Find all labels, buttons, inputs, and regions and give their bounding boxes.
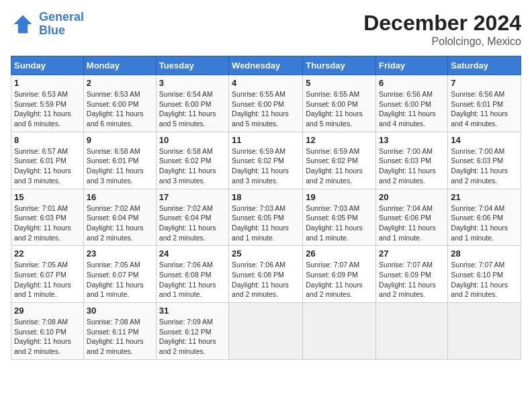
- calendar-week-4: 29Sunrise: 7:08 AM Sunset: 6:10 PM Dayli…: [11, 303, 521, 360]
- calendar-cell: 11Sunrise: 6:59 AM Sunset: 6:02 PM Dayli…: [229, 132, 303, 189]
- header-thursday: Thursday: [303, 56, 376, 75]
- day-number: 29: [14, 306, 81, 316]
- day-info: Sunrise: 7:00 AM Sunset: 6:03 PM Dayligh…: [451, 146, 518, 186]
- day-info: Sunrise: 7:02 AM Sunset: 6:04 PM Dayligh…: [159, 203, 226, 243]
- day-number: 20: [379, 192, 445, 202]
- calendar-cell: 25Sunrise: 7:06 AM Sunset: 6:08 PM Dayli…: [229, 246, 303, 303]
- day-number: 17: [159, 192, 226, 202]
- day-number: 30: [87, 306, 153, 316]
- day-info: Sunrise: 7:06 AM Sunset: 6:08 PM Dayligh…: [159, 260, 226, 300]
- calendar-cell: 19Sunrise: 7:03 AM Sunset: 6:05 PM Dayli…: [303, 189, 376, 246]
- calendar-cell: 23Sunrise: 7:05 AM Sunset: 6:07 PM Dayli…: [83, 246, 156, 303]
- calendar-cell: 22Sunrise: 7:05 AM Sunset: 6:07 PM Dayli…: [11, 246, 84, 303]
- header-saturday: Saturday: [448, 56, 521, 75]
- header-friday: Friday: [376, 56, 448, 75]
- header-sunday: Sunday: [11, 56, 84, 75]
- calendar-body: 1Sunrise: 6:53 AM Sunset: 5:59 PM Daylig…: [11, 75, 521, 360]
- day-info: Sunrise: 7:01 AM Sunset: 6:03 PM Dayligh…: [14, 203, 81, 243]
- day-info: Sunrise: 7:05 AM Sunset: 6:07 PM Dayligh…: [14, 260, 81, 300]
- day-number: 11: [232, 135, 300, 145]
- title-block: December 2024 Pololcingo, Mexico: [363, 11, 521, 48]
- day-number: 26: [306, 248, 373, 259]
- day-number: 24: [159, 248, 226, 259]
- calendar-header: Sunday Monday Tuesday Wednesday Thursday…: [11, 56, 521, 75]
- logo-text: General Blue: [39, 11, 84, 38]
- day-number: 13: [379, 135, 445, 145]
- calendar-cell: 29Sunrise: 7:08 AM Sunset: 6:10 PM Dayli…: [11, 303, 84, 360]
- calendar-cell: 1Sunrise: 6:53 AM Sunset: 5:59 PM Daylig…: [11, 75, 84, 132]
- logo-line2: Blue: [39, 24, 65, 37]
- day-info: Sunrise: 6:54 AM Sunset: 6:00 PM Dayligh…: [159, 89, 226, 129]
- day-info: Sunrise: 6:53 AM Sunset: 5:59 PM Dayligh…: [14, 89, 81, 129]
- day-number: 9: [87, 135, 153, 145]
- calendar-cell: 3Sunrise: 6:54 AM Sunset: 6:00 PM Daylig…: [156, 75, 228, 132]
- day-info: Sunrise: 6:56 AM Sunset: 6:00 PM Dayligh…: [379, 89, 445, 129]
- calendar-cell: 18Sunrise: 7:03 AM Sunset: 6:05 PM Dayli…: [229, 189, 303, 246]
- calendar-cell: 27Sunrise: 7:07 AM Sunset: 6:09 PM Dayli…: [376, 246, 448, 303]
- logo-icon: [11, 12, 35, 36]
- day-number: 18: [232, 192, 300, 202]
- header-monday: Monday: [83, 56, 156, 75]
- calendar-cell: 14Sunrise: 7:00 AM Sunset: 6:03 PM Dayli…: [448, 132, 521, 189]
- day-info: Sunrise: 6:55 AM Sunset: 6:00 PM Dayligh…: [306, 89, 373, 129]
- header-wednesday: Wednesday: [229, 56, 303, 75]
- day-number: 25: [232, 248, 300, 259]
- day-info: Sunrise: 7:04 AM Sunset: 6:06 PM Dayligh…: [451, 203, 518, 243]
- day-number: 27: [379, 248, 445, 259]
- day-number: 23: [87, 248, 153, 259]
- day-info: Sunrise: 7:00 AM Sunset: 6:03 PM Dayligh…: [379, 146, 445, 186]
- calendar-cell: 30Sunrise: 7:08 AM Sunset: 6:11 PM Dayli…: [83, 303, 156, 360]
- day-number: 15: [14, 192, 81, 202]
- day-info: Sunrise: 6:58 AM Sunset: 6:01 PM Dayligh…: [87, 146, 153, 186]
- day-info: Sunrise: 7:08 AM Sunset: 6:10 PM Dayligh…: [14, 317, 81, 357]
- day-info: Sunrise: 6:53 AM Sunset: 6:00 PM Dayligh…: [87, 89, 153, 129]
- calendar-cell: 2Sunrise: 6:53 AM Sunset: 6:00 PM Daylig…: [83, 75, 156, 132]
- day-info: Sunrise: 7:06 AM Sunset: 6:08 PM Dayligh…: [232, 260, 300, 300]
- day-number: 8: [14, 135, 81, 145]
- day-info: Sunrise: 6:57 AM Sunset: 6:01 PM Dayligh…: [14, 146, 81, 186]
- day-number: 14: [451, 135, 518, 145]
- page-header: General Blue December 2024 Pololcingo, M…: [11, 11, 521, 48]
- day-number: 10: [159, 135, 226, 145]
- day-info: Sunrise: 7:05 AM Sunset: 6:07 PM Dayligh…: [87, 260, 153, 300]
- day-info: Sunrise: 7:07 AM Sunset: 6:10 PM Dayligh…: [451, 260, 518, 300]
- day-number: 7: [451, 78, 518, 88]
- calendar-cell: 8Sunrise: 6:57 AM Sunset: 6:01 PM Daylig…: [11, 132, 84, 189]
- calendar-cell: 6Sunrise: 6:56 AM Sunset: 6:00 PM Daylig…: [376, 75, 448, 132]
- day-number: 12: [306, 135, 373, 145]
- day-info: Sunrise: 7:04 AM Sunset: 6:06 PM Dayligh…: [379, 203, 445, 243]
- day-info: Sunrise: 7:03 AM Sunset: 6:05 PM Dayligh…: [232, 203, 300, 243]
- day-info: Sunrise: 7:02 AM Sunset: 6:04 PM Dayligh…: [87, 203, 153, 243]
- calendar-cell: 10Sunrise: 6:58 AM Sunset: 6:02 PM Dayli…: [156, 132, 228, 189]
- calendar-cell: 15Sunrise: 7:01 AM Sunset: 6:03 PM Dayli…: [11, 189, 84, 246]
- day-number: 16: [87, 192, 153, 202]
- calendar-cell: 31Sunrise: 7:09 AM Sunset: 6:12 PM Dayli…: [156, 303, 228, 360]
- calendar-week-3: 22Sunrise: 7:05 AM Sunset: 6:07 PM Dayli…: [11, 246, 521, 303]
- calendar-cell: 24Sunrise: 7:06 AM Sunset: 6:08 PM Dayli…: [156, 246, 228, 303]
- calendar-cell: [448, 303, 521, 360]
- calendar-cell: [229, 303, 303, 360]
- calendar-week-0: 1Sunrise: 6:53 AM Sunset: 5:59 PM Daylig…: [11, 75, 521, 132]
- calendar-table: Sunday Monday Tuesday Wednesday Thursday…: [11, 56, 521, 360]
- logo-line1: General: [39, 10, 84, 24]
- calendar-cell: 13Sunrise: 7:00 AM Sunset: 6:03 PM Dayli…: [376, 132, 448, 189]
- day-number: 1: [14, 78, 81, 88]
- header-tuesday: Tuesday: [156, 56, 228, 75]
- header-row: Sunday Monday Tuesday Wednesday Thursday…: [11, 56, 521, 75]
- day-info: Sunrise: 6:59 AM Sunset: 6:02 PM Dayligh…: [306, 146, 373, 186]
- day-number: 2: [87, 78, 153, 88]
- calendar-cell: 16Sunrise: 7:02 AM Sunset: 6:04 PM Dayli…: [83, 189, 156, 246]
- calendar-cell: 28Sunrise: 7:07 AM Sunset: 6:10 PM Dayli…: [448, 246, 521, 303]
- day-number: 4: [232, 78, 300, 88]
- day-info: Sunrise: 7:03 AM Sunset: 6:05 PM Dayligh…: [306, 203, 373, 243]
- calendar-cell: 7Sunrise: 6:56 AM Sunset: 6:01 PM Daylig…: [448, 75, 521, 132]
- day-info: Sunrise: 6:56 AM Sunset: 6:01 PM Dayligh…: [451, 89, 518, 129]
- day-info: Sunrise: 7:08 AM Sunset: 6:11 PM Dayligh…: [87, 317, 153, 357]
- calendar-week-1: 8Sunrise: 6:57 AM Sunset: 6:01 PM Daylig…: [11, 132, 521, 189]
- calendar-cell: 5Sunrise: 6:55 AM Sunset: 6:00 PM Daylig…: [303, 75, 376, 132]
- page-title: December 2024: [363, 11, 521, 36]
- svg-marker-0: [14, 15, 32, 33]
- day-number: 31: [159, 306, 226, 316]
- day-info: Sunrise: 6:55 AM Sunset: 6:00 PM Dayligh…: [232, 89, 300, 129]
- day-number: 22: [14, 248, 81, 259]
